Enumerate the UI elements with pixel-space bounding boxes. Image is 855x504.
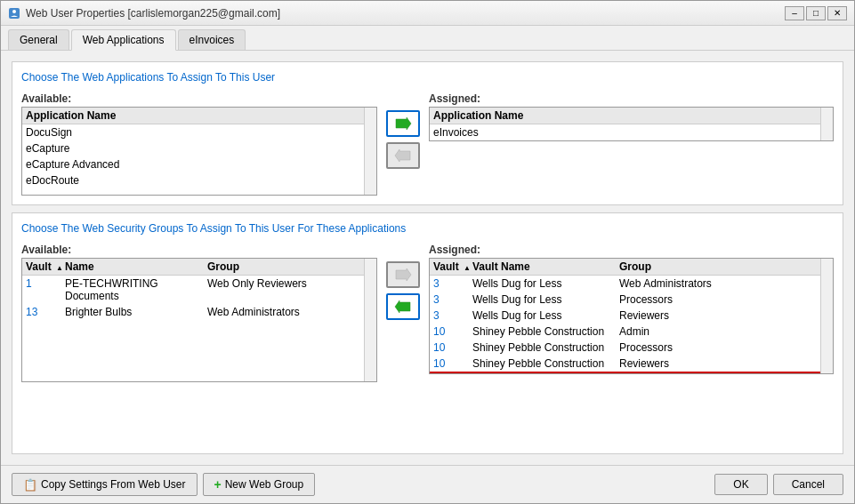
list-item[interactable]: 1 PE-TECHWRITING Documents Web Only Revi… bbox=[22, 276, 364, 304]
ok-button[interactable]: OK bbox=[714, 474, 767, 495]
list-item[interactable]: 10 Shiney Pebble Construction Admin bbox=[430, 324, 820, 340]
list-item[interactable]: 13 Brighter Bulbs Web Administrators bbox=[22, 304, 364, 320]
vault-cell: 3 bbox=[433, 309, 472, 322]
arrow-left-icon bbox=[394, 300, 412, 314]
vaultname-cell: Shiney Pebble Construction bbox=[472, 325, 619, 338]
assigned-vault-col-header: Vault ▲ bbox=[433, 260, 472, 273]
new-web-group-button[interactable]: + New Web Group bbox=[203, 473, 316, 496]
copy-icon: 📋 bbox=[23, 478, 37, 492]
list-item[interactable]: 3 Wells Dug for Less Web Administrators bbox=[430, 276, 820, 292]
minimize-button[interactable]: – bbox=[785, 6, 804, 20]
footer-right: OK Cancel bbox=[714, 474, 843, 495]
assigned-vaultname-col-header: Vault Name bbox=[472, 260, 619, 273]
list-item[interactable]: DocuSign bbox=[22, 124, 364, 140]
tab-web-applications[interactable]: Web Applications bbox=[71, 29, 176, 51]
available-groups-label: Available: bbox=[21, 244, 377, 256]
copy-settings-button[interactable]: 📋 Copy Settings From Web User bbox=[12, 473, 198, 496]
vault-col-header: Vault ▲ bbox=[26, 260, 65, 273]
applications-section-title: Choose The Web Applications To Assign To… bbox=[21, 71, 834, 84]
app-arrow-buttons bbox=[386, 92, 420, 169]
close-button[interactable]: ✕ bbox=[827, 6, 847, 20]
assigned-groups-header: Vault ▲ Vault Name Group bbox=[430, 259, 820, 276]
list-item[interactable]: 3 Wells Dug for Less Processors bbox=[430, 292, 820, 308]
available-groups-content: Vault ▲ Name Group 1 PE-TECHWRITING Docu… bbox=[22, 259, 364, 381]
available-apps-scrollbar[interactable] bbox=[364, 108, 376, 195]
assigned-apps-listbox[interactable]: Application Name eInvoices bbox=[429, 107, 834, 141]
vault-cell: 3 bbox=[433, 277, 472, 290]
list-item[interactable]: eDocRoute bbox=[22, 172, 364, 188]
assigned-groups-label: Assigned: bbox=[429, 244, 834, 256]
list-item[interactable]: 3 Wells Dug for Less Reviewers bbox=[430, 308, 820, 324]
group-cell: Web Only Reviewers bbox=[207, 277, 360, 302]
available-apps-listbox[interactable]: Application Name DocuSign eCapture eCapt… bbox=[21, 107, 377, 196]
list-item[interactable]: 10 Shiney Pebble Construction Reviewers bbox=[430, 356, 820, 373]
vault-cell: 10 bbox=[433, 357, 472, 370]
group-cell: Processors bbox=[619, 293, 817, 306]
assigned-apps-scrollbar[interactable] bbox=[820, 108, 833, 140]
svg-marker-5 bbox=[395, 300, 410, 313]
list-item[interactable]: eInvoices bbox=[430, 124, 820, 140]
group-cell: Web Administrators bbox=[207, 306, 360, 318]
group-cell: Reviewers bbox=[619, 309, 817, 322]
list-item[interactable]: eCapture Advanced bbox=[22, 156, 364, 172]
vaultname-cell: Shiney Pebble Construction bbox=[472, 357, 619, 370]
available-apps-content: Application Name DocuSign eCapture eCapt… bbox=[22, 108, 364, 195]
window-title: Web User Properties [carlislemorgan225@g… bbox=[26, 7, 280, 20]
vault-cell: 13 bbox=[26, 306, 65, 318]
available-groups-listbox[interactable]: Vault ▲ Name Group 1 PE-TECHWRITING Docu… bbox=[21, 258, 377, 382]
footer: 📋 Copy Settings From Web User + New Web … bbox=[1, 465, 854, 503]
svg-marker-4 bbox=[396, 268, 411, 281]
svg-point-1 bbox=[12, 10, 16, 13]
name-cell: Brighter Bulbs bbox=[65, 306, 207, 318]
vault-cell: 3 bbox=[433, 293, 472, 306]
group-cell: Processors bbox=[619, 341, 817, 354]
arrow-left-icon bbox=[394, 148, 412, 163]
assigned-apps-label: Assigned: bbox=[429, 92, 834, 105]
arrow-right-icon bbox=[394, 268, 412, 282]
tab-bar: General Web Applications eInvoices bbox=[1, 26, 854, 51]
applications-section: Choose The Web Applications To Assign To… bbox=[12, 61, 843, 205]
assigned-groups-scrollbar[interactable] bbox=[820, 259, 833, 373]
assign-group-button[interactable] bbox=[386, 261, 420, 288]
tab-general[interactable]: General bbox=[8, 29, 69, 50]
name-col-header: Name bbox=[65, 260, 207, 273]
plus-icon: + bbox=[214, 477, 222, 492]
assign-app-button[interactable] bbox=[386, 110, 420, 137]
applications-inner: Available: Application Name DocuSign eCa… bbox=[21, 92, 834, 196]
svg-marker-2 bbox=[396, 117, 411, 130]
tab-einvoices[interactable]: eInvoices bbox=[178, 29, 246, 50]
vaultname-cell: Shiney Pebble Construction bbox=[472, 341, 619, 354]
available-apps-header: Application Name bbox=[22, 108, 364, 124]
available-groups-scrollbar[interactable] bbox=[364, 259, 376, 381]
svg-marker-3 bbox=[395, 149, 410, 162]
assigned-apps-panel: Assigned: Application Name eInvoices bbox=[429, 92, 834, 141]
list-item[interactable]: eCapture bbox=[22, 140, 364, 156]
unassign-app-button[interactable] bbox=[386, 142, 420, 169]
assigned-group-col-header: Group bbox=[619, 260, 817, 273]
title-bar-left: Web User Properties [carlislemorgan225@g… bbox=[8, 7, 280, 20]
cancel-button[interactable]: Cancel bbox=[773, 474, 843, 495]
window-controls: – □ ✕ bbox=[785, 6, 847, 20]
vaultname-cell: Wells Dug for Less bbox=[472, 293, 619, 306]
group-cell: Web Administrators bbox=[619, 277, 817, 290]
group-cell: Admin bbox=[619, 325, 817, 338]
window-icon bbox=[8, 7, 20, 20]
footer-left: 📋 Copy Settings From Web User + New Web … bbox=[12, 473, 315, 496]
vault-cell: 10 bbox=[433, 325, 472, 338]
group-col-header: Group bbox=[207, 260, 360, 273]
groups-section-title: Choose The Web Security Groups To Assign… bbox=[21, 222, 834, 235]
assigned-apps-header: Application Name bbox=[430, 108, 820, 124]
assigned-apps-content: Application Name eInvoices bbox=[430, 108, 820, 140]
groups-inner: Available: Vault ▲ Name Group bbox=[21, 244, 834, 444]
assigned-groups-content: Vault ▲ Vault Name Group 3 Wells Dug for… bbox=[430, 259, 820, 373]
available-apps-panel: Available: Application Name DocuSign eCa… bbox=[21, 92, 377, 196]
list-item[interactable]: 10 Shiney Pebble Construction Processors bbox=[430, 340, 820, 356]
unassign-group-button[interactable] bbox=[386, 293, 420, 320]
main-window: Web User Properties [carlislemorgan225@g… bbox=[0, 0, 855, 504]
assigned-groups-listbox[interactable]: Vault ▲ Vault Name Group 3 Wells Dug for… bbox=[429, 258, 834, 374]
maximize-button[interactable]: □ bbox=[806, 6, 826, 20]
available-groups-panel: Available: Vault ▲ Name Group bbox=[21, 244, 377, 382]
assigned-groups-panel: Assigned: Vault ▲ Vault Name Group bbox=[429, 244, 834, 374]
title-bar: Web User Properties [carlislemorgan225@g… bbox=[1, 1, 854, 26]
vaultname-cell: Wells Dug for Less bbox=[472, 277, 619, 290]
